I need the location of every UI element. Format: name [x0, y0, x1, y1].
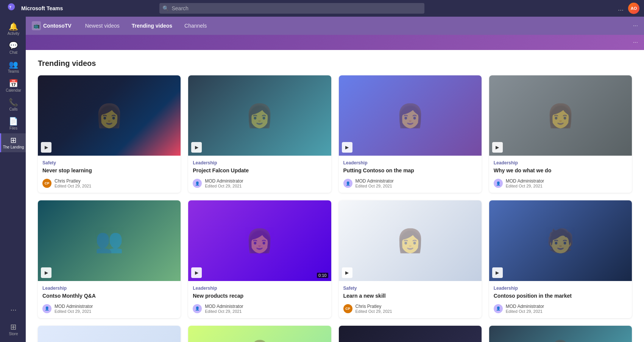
sidebar-item-landing[interactable]: ⊞ The Landing [0, 133, 26, 152]
video-card-9[interactable]: 🚁 ▶ [38, 326, 181, 342]
video-category-1: Safety [42, 160, 176, 166]
play-button-7[interactable]: ▶ [342, 267, 352, 278]
author-info-4: MOD Administrator Edited Oct 29, 2021 [506, 178, 544, 188]
author-info-6: MOD Administrator Edited Oct 29, 2021 [205, 304, 243, 314]
author-info-5: MOD Administrator Edited Oct 29, 2021 [55, 304, 93, 314]
video-category-8: Leadership [494, 286, 627, 291]
sidebar-item-teams[interactable]: 👥 Teams [0, 58, 26, 77]
author-name-2: MOD Administrator [205, 178, 243, 184]
app-nav-logo: 📺 ContosoTV [32, 21, 72, 30]
author-date-3: Edited Oct 29, 2021 [356, 184, 394, 188]
video-info-5: Leadership Contso Monthly Q&A 👤 MOD Admi… [38, 281, 181, 318]
author-info-7: Chris Pratley Edited Oct 29, 2021 [356, 304, 392, 314]
tab-newest-videos[interactable]: Newest videos [81, 21, 124, 30]
video-card-1[interactable]: 👩 ▶ Safety Never stop learning CP Chris … [38, 75, 181, 193]
sidebar-item-more[interactable]: ··· [0, 299, 26, 320]
video-thumb-2: 👩 ▶ [188, 75, 331, 156]
app-nav-right: ··· [633, 22, 638, 29]
tab-trending-videos[interactable]: Trending videos [127, 21, 177, 30]
app-logo: T [5, 0, 18, 14]
calendar-icon: 📅 [9, 80, 18, 87]
thumb-bg-2: 👩 [188, 75, 331, 156]
video-card-5[interactable]: 👥 ▶ Leadership Contso Monthly Q&A 👤 MOD … [38, 200, 181, 318]
video-card-3[interactable]: 👩 ▶ Leadership Putting Contoso on the ma… [339, 75, 482, 193]
video-card-4[interactable]: 👩 ▶ Leadership Why we do what we do 👤 MO… [489, 75, 632, 193]
tab-channels[interactable]: Channels [180, 21, 211, 30]
svg-text:T: T [9, 5, 12, 9]
video-card-11[interactable]: Telemetry best ▶ [339, 326, 482, 342]
sidebar-item-calendar[interactable]: 📅 Calendar [0, 77, 26, 95]
video-info-7: Safety Learn a new skill CP Chris Pratle… [339, 281, 482, 318]
more-options-button[interactable]: ... [618, 5, 624, 12]
video-thumb-12: 👩 ▶ [489, 326, 632, 342]
author-date-1: Edited Oct 29, 2021 [55, 184, 91, 188]
video-category-7: Safety [343, 286, 477, 291]
video-card-2[interactable]: 👩 ▶ Leadership Project Falcon Update 👤 M… [188, 75, 331, 193]
thumb-bg-6: 👩 [188, 200, 331, 281]
calls-icon: 📞 [9, 98, 18, 106]
banner-more-icon[interactable]: ··· [633, 39, 638, 46]
author-name-1: Chris Pratley [55, 178, 91, 184]
sidebar-item-label: Teams [8, 69, 19, 73]
video-info-8: Leadership Contoso position in the marke… [489, 281, 632, 318]
search-input[interactable] [159, 3, 424, 14]
thumb-bg-9: 🚁 [38, 326, 181, 342]
avatar[interactable]: AO [628, 3, 639, 14]
thumb-bg-7: 👩 [339, 200, 482, 281]
sidebar-item-calls[interactable]: 📞 Calls [0, 95, 26, 114]
more-apps-icon: ··· [6, 302, 20, 317]
banner: ··· [26, 35, 644, 50]
video-grid-row3: 🚁 ▶ 👩 ▶ Telemetry best ▶ [38, 326, 632, 342]
video-title-2: Project Falcon Update [193, 167, 326, 174]
play-button-4[interactable]: ▶ [492, 142, 503, 153]
author-name-6: MOD Administrator [205, 304, 243, 309]
play-button-3[interactable]: ▶ [342, 142, 352, 153]
content-area: Trending videos 👩 ▶ Safety Never stop le… [26, 50, 644, 342]
author-date-4: Edited Oct 29, 2021 [506, 184, 544, 188]
play-button-5[interactable]: ▶ [41, 267, 51, 278]
author-name-8: MOD Administrator [506, 304, 544, 309]
author-name-5: MOD Administrator [55, 304, 93, 309]
play-button-6[interactable]: ▶ [191, 267, 202, 278]
author-info-2: MOD Administrator Edited Oct 29, 2021 [205, 178, 243, 188]
video-author-7: CP Chris Pratley Edited Oct 29, 2021 [343, 304, 477, 314]
activity-icon: 🔔 [9, 23, 18, 30]
sidebar-item-chat[interactable]: 💬 Chat [0, 39, 26, 58]
author-info-1: Chris Pratley Edited Oct 29, 2021 [55, 178, 91, 188]
search-container: 🔍 [159, 3, 424, 14]
video-thumb-4: 👩 ▶ [489, 75, 632, 156]
video-author-4: 👤 MOD Administrator Edited Oct 29, 2021 [494, 178, 627, 188]
video-thumb-10: 👩 ▶ [188, 326, 331, 342]
play-button-2[interactable]: ▶ [191, 142, 202, 153]
video-card-10[interactable]: 👩 ▶ [188, 326, 331, 342]
author-info-8: MOD Administrator Edited Oct 29, 2021 [506, 304, 544, 314]
sidebar-item-files[interactable]: 📄 Files [0, 114, 26, 133]
video-title-8: Contoso position in the market [494, 292, 627, 299]
author-avatar-2: 👤 [193, 179, 202, 188]
video-author-2: 👤 MOD Administrator Edited Oct 29, 2021 [193, 178, 326, 188]
video-thumb-1: 👩 ▶ [38, 75, 181, 156]
sidebar-item-activity[interactable]: 🔔 Activity [0, 20, 26, 39]
author-avatar-5: 👤 [42, 304, 51, 313]
video-title-3: Putting Contoso on the map [343, 167, 477, 174]
sidebar-item-store[interactable]: ⊞ Store [0, 320, 26, 339]
video-card-12[interactable]: 👩 ▶ [489, 326, 632, 342]
app-name: Microsoft Teams [21, 5, 63, 11]
video-title-4: Why we do what we do [494, 167, 627, 174]
video-thumb-8: 🧑 ▶ [489, 200, 632, 281]
main-content: 📺 ContosoTV Newest videos Trending video… [26, 17, 644, 342]
sidebar-item-label: Calendar [6, 88, 21, 92]
video-card-8[interactable]: 🧑 ▶ Leadership Contoso position in the m… [489, 200, 632, 318]
sidebar-store-label: Store [9, 332, 18, 336]
video-card-6[interactable]: 👩 ▶ 0:10 Leadership New products recap 👤… [188, 200, 331, 318]
video-card-7[interactable]: 👩 ▶ Safety Learn a new skill CP Chris Pr… [339, 200, 482, 318]
app-nav-more-icon[interactable]: ··· [633, 22, 638, 29]
video-category-5: Leadership [42, 286, 176, 291]
video-title-6: New products recap [193, 292, 326, 299]
video-grid-row1: 👩 ▶ Safety Never stop learning CP Chris … [38, 75, 632, 193]
video-author-1: CP Chris Pratley Edited Oct 29, 2021 [42, 178, 176, 188]
play-button-1[interactable]: ▶ [41, 142, 51, 153]
play-button-8[interactable]: ▶ [492, 267, 503, 278]
video-thumb-3: 👩 ▶ [339, 75, 482, 156]
video-category-4: Leadership [494, 160, 627, 166]
